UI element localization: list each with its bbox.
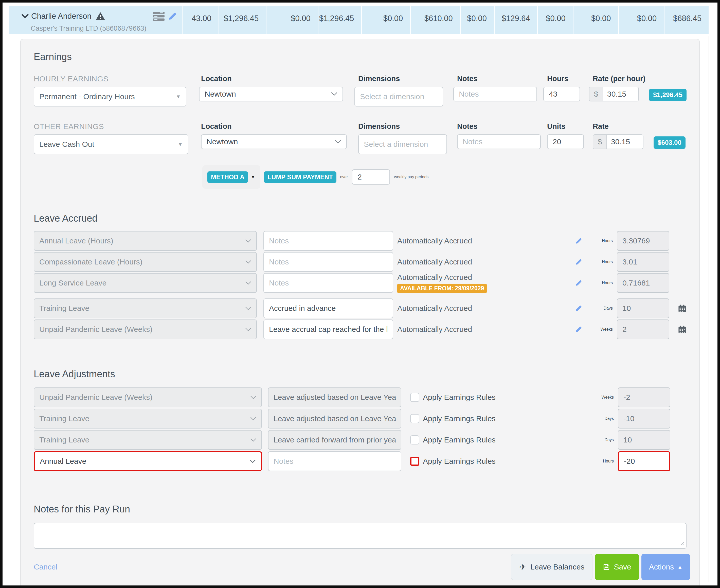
adjustment-category-select: Unpaid Pandemic Leave (Weeks) xyxy=(34,387,262,407)
apply-earnings-rules-checkbox[interactable] xyxy=(410,393,419,402)
apply-earnings-rules-label: Apply Earnings Rules xyxy=(423,457,495,465)
resize-handle-icon[interactable] xyxy=(679,541,684,547)
earnings-type-value: Permanent - Ordinary Hours xyxy=(39,92,135,101)
adjustment-category-select: Training Leave xyxy=(34,430,262,450)
line-total-badge: $603.00 xyxy=(654,136,685,149)
unit-label: Hours xyxy=(585,238,613,243)
edit-pencil-icon[interactable] xyxy=(575,304,583,312)
calendar-icon[interactable] xyxy=(678,325,686,333)
plane-icon: ✈ xyxy=(519,562,526,572)
leave-category-select: Compassionate Leave (Hours) xyxy=(34,252,257,272)
units-input[interactable] xyxy=(547,134,584,149)
pay-detail-panel: Earnings HOURLY EARNINGS Location Dimens… xyxy=(20,39,700,588)
pay-details-list-icon[interactable] xyxy=(153,11,165,21)
leave-accrued-row: Long Service Leave Automatically Accrued… xyxy=(34,273,686,293)
summary-value: $610.00 xyxy=(410,6,460,34)
adjustment-category-select[interactable]: Annual Leave xyxy=(34,451,262,471)
currency-addon: $ xyxy=(593,135,607,149)
edit-pencil-icon[interactable] xyxy=(168,12,177,21)
adjustment-amount-input[interactable] xyxy=(618,451,670,471)
summary-value: $0.00 xyxy=(573,6,618,34)
chevron-down-icon xyxy=(245,281,251,285)
rate-input[interactable] xyxy=(607,135,643,149)
actions-label: Actions xyxy=(649,563,674,571)
leave-notes-input[interactable] xyxy=(263,231,393,251)
col-dimensions: Dimensions xyxy=(358,122,457,131)
method-badge: METHOD A xyxy=(207,171,248,183)
col-notes: Notes xyxy=(457,122,547,131)
col-units: Units xyxy=(547,122,593,131)
summary-value: $1,296.45 xyxy=(318,6,361,34)
edit-pencil-icon[interactable] xyxy=(575,237,583,245)
accrued-amount-input xyxy=(617,231,669,251)
apply-earnings-rules-checkbox[interactable] xyxy=(410,457,419,466)
unit-label: Days xyxy=(586,416,614,421)
location-select[interactable]: Newtown xyxy=(201,134,347,149)
pay-periods-input[interactable] xyxy=(352,169,390,185)
adjustment-category-value: Annual Leave xyxy=(40,457,86,465)
actions-button[interactable]: Actions ▲ xyxy=(641,554,690,580)
edit-pencil-icon[interactable] xyxy=(575,258,583,266)
chevron-down-icon xyxy=(245,239,251,243)
notes-input[interactable] xyxy=(453,87,537,101)
edit-pencil-icon[interactable] xyxy=(575,326,583,333)
collapse-chevron-icon[interactable] xyxy=(22,14,29,19)
rate-input[interactable] xyxy=(603,87,638,101)
leave-category-select: Training Leave xyxy=(34,298,257,318)
edit-pencil-icon[interactable] xyxy=(575,279,583,287)
leave-notes-input[interactable] xyxy=(263,252,393,272)
col-location: Location xyxy=(201,122,358,131)
notes-input[interactable] xyxy=(457,134,541,149)
apply-earnings-rules-checkbox[interactable] xyxy=(410,414,419,423)
chevron-down-icon xyxy=(331,92,337,96)
adjustment-notes-input[interactable] xyxy=(268,451,401,471)
unit-label: Hours xyxy=(586,459,614,463)
over-label: over xyxy=(340,175,348,179)
save-button[interactable]: Save xyxy=(595,554,639,580)
method-dropdown[interactable]: METHOD A ▼ xyxy=(202,165,260,189)
adjustment-notes-input xyxy=(268,409,401,428)
leave-notes-input[interactable] xyxy=(263,319,393,339)
dimensions-input[interactable] xyxy=(358,134,447,154)
employee-company: Casper's Training LTD (58606879663) xyxy=(31,25,182,33)
col-location: Location xyxy=(201,75,358,83)
leave-accrued-row: Unpaid Pandemic Leave (Weeks) Automatica… xyxy=(34,319,686,339)
earnings-type-select[interactable]: Permanent - Ordinary Hours ▼ xyxy=(34,87,186,106)
earnings-type-select[interactable]: Leave Cash Out ▼ xyxy=(34,134,188,154)
scrollbar-track[interactable] xyxy=(708,36,710,582)
chevron-down-icon xyxy=(245,307,251,310)
leave-category-value: Unpaid Pandemic Leave (Weeks) xyxy=(39,325,152,334)
dimensions-input[interactable] xyxy=(355,87,443,106)
leave-category-select: Unpaid Pandemic Leave (Weeks) xyxy=(34,319,257,339)
summary-value: $0.00 xyxy=(361,6,410,34)
leave-notes-input[interactable] xyxy=(263,273,393,293)
leave-balances-button[interactable]: ✈ Leave Balances xyxy=(511,554,592,580)
cancel-link[interactable]: Cancel xyxy=(34,563,57,571)
employee-cell[interactable]: Charlie Anderson Casper's Training LTD (… xyxy=(9,6,182,34)
leave-category-value: Long Service Leave xyxy=(39,279,106,287)
adjustment-notes-input xyxy=(268,430,401,450)
leave-accrued-row: Annual Leave (Hours) Automatically Accru… xyxy=(34,231,686,251)
chevron-down-icon xyxy=(250,417,256,421)
adjustment-category-value: Training Leave xyxy=(39,414,89,423)
summary-value: $0.00 xyxy=(618,6,664,34)
leave-adjustments-title: Leave Adjustments xyxy=(34,369,686,380)
chevron-down-icon xyxy=(250,438,256,442)
location-select[interactable]: Newtown xyxy=(199,87,343,101)
caret-down-icon: ▼ xyxy=(251,174,255,180)
pay-run-notes-textarea[interactable] xyxy=(34,523,686,549)
accrual-status: Automatically Accrued xyxy=(397,304,575,313)
adjustment-category-select: Training Leave xyxy=(34,409,262,428)
leave-notes-input[interactable] xyxy=(263,298,393,318)
apply-earnings-rules-checkbox[interactable] xyxy=(410,435,419,444)
leave-adjustment-row: Unpaid Pandemic Leave (Weeks) Apply Earn… xyxy=(34,387,686,407)
accrual-status: Automatically Accrued xyxy=(397,273,575,282)
leave-adjustment-row: Training Leave Apply Earnings Rules Days xyxy=(34,408,686,429)
hourly-earnings-label: HOURLY EARNINGS xyxy=(34,75,201,83)
apply-earnings-rules-label: Apply Earnings Rules xyxy=(423,414,495,423)
line-total-badge: $1,296.45 xyxy=(649,89,686,101)
hours-input[interactable] xyxy=(543,87,580,101)
calendar-icon[interactable] xyxy=(678,304,686,312)
summary-value: $0.00 xyxy=(537,6,573,34)
summary-value: $0.00 xyxy=(460,6,494,34)
